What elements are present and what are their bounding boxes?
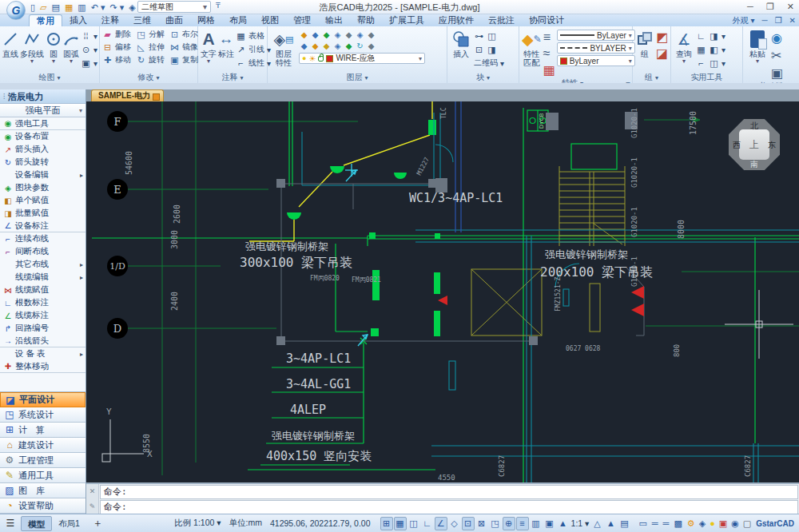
text-button[interactable]: A 文字 ▾ — [201, 28, 217, 72]
stretch-button[interactable]: ◺拉伸 — [136, 41, 165, 54]
layer-tool-icon[interactable]: ◆ — [344, 41, 354, 51]
palette-category-button[interactable]: ⌂ 建筑设计 — [0, 438, 85, 453]
doc-close-button[interactable]: ✕ — [789, 16, 796, 25]
ribbon-tab[interactable]: 曲面 — [158, 14, 190, 26]
system-tray-icon[interactable]: ◉ — [731, 518, 739, 529]
group-label-block[interactable]: 块 ▾ — [447, 72, 519, 83]
palette-item[interactable]: ↱ 回路编号 — [0, 322, 85, 335]
palette-item[interactable]: ✚ 整体移动 — [0, 360, 85, 373]
ribbon-tab[interactable]: 扩展工具 — [382, 14, 431, 26]
status-toggle-icon[interactable]: ⊕ — [503, 517, 515, 530]
lineweight-tool-icon[interactable]: ≡ — [543, 30, 555, 45]
status-right-icon[interactable]: ═ — [663, 518, 670, 528]
palette-item[interactable]: 设 备 表 ▸ — [0, 347, 85, 360]
view-cube[interactable]: 上 北 南 西 东 — [727, 114, 781, 173]
appearance-dropdown[interactable]: 外观 ▾ — [733, 15, 755, 26]
layer-tool-icon[interactable]: ◆ — [344, 30, 354, 40]
status-toggle-icon[interactable]: ▲ — [604, 517, 617, 530]
layer-tool-icon[interactable]: ◆ — [310, 41, 320, 51]
palette-item[interactable]: ⌐ 间断布线 — [0, 245, 85, 258]
status-toggle-icon[interactable]: ◇ — [448, 517, 461, 530]
status-toggle-icon[interactable]: ▣ — [543, 517, 556, 530]
dimension-button[interactable]: ↔ 标注 — [218, 28, 234, 72]
layer-tool-icon[interactable]: ◆ — [321, 30, 332, 40]
status-toggle-icon[interactable]: ◫ — [407, 517, 420, 530]
system-tray-icon[interactable]: ◈ — [699, 518, 706, 529]
status-toggle-icon[interactable]: ▦ — [394, 517, 407, 530]
layer-properties-button[interactable]: ◈▤ 图层 特性 — [270, 28, 297, 72]
qr-code-button[interactable]: 二维码 ▾ — [474, 57, 504, 69]
palette-category-button[interactable]: ◔ 设置帮助 — [0, 498, 85, 514]
group-edit-icon[interactable]: ◪ — [656, 46, 668, 61]
ribbon-tab[interactable]: 注释 — [94, 14, 126, 26]
compass-west[interactable]: 西 — [730, 140, 743, 151]
command-input[interactable]: 命令: — [100, 500, 798, 514]
layer-tool-icon[interactable]: ◈ — [332, 41, 343, 51]
layer-tool-icon[interactable]: ◆ — [366, 30, 376, 40]
layer-tool-icon[interactable]: ◆ — [366, 41, 376, 51]
status-toggle-icon[interactable]: ◳ — [489, 517, 502, 530]
palette-item[interactable]: ⋈ 线缆赋值 — [0, 284, 85, 296]
lineweight-dropdown[interactable]: ByLayer ▾ — [557, 30, 635, 41]
compass-east[interactable]: 东 — [765, 140, 778, 151]
close-button[interactable]: ✕ — [787, 2, 794, 12]
leader-button[interactable]: ↗引线 ▾ — [236, 43, 271, 56]
group-label-utilities[interactable]: 实用工具 — [671, 72, 742, 83]
ribbon-tab[interactable]: 管理 — [286, 14, 318, 26]
ribbon-tab[interactable]: 常用 — [29, 14, 62, 26]
linetype-tool-icon[interactable]: ≈ — [543, 46, 555, 61]
linetype-dropdown[interactable]: BYLAYER ▾ — [557, 42, 635, 54]
utility-row-1[interactable]: ∟◨▾ — [696, 30, 725, 42]
palette-item[interactable]: ↻ 箭头旋转 — [0, 156, 85, 169]
group-label-annotate[interactable]: 注释 ▾ — [198, 72, 267, 83]
insert-block-button[interactable]: 插入 — [450, 28, 472, 72]
arc-button[interactable]: 圆弧 ▾ — [63, 28, 79, 72]
layer-tool-icon[interactable]: ◆ — [299, 30, 309, 40]
inquiry-button[interactable]: ∡ 查询 ▾ — [674, 28, 694, 72]
ribbon-tab[interactable]: 应用软件 — [431, 14, 481, 26]
document-tab[interactable]: SAMPLE-电力 — [91, 89, 164, 101]
layer-tool-icon[interactable]: ◆ — [310, 30, 320, 40]
mirror-button[interactable]: ⋈镜像 — [169, 41, 198, 54]
palette-item[interactable]: ◧ 单个赋值 — [0, 194, 85, 207]
layer-tool-icon[interactable]: ◆ — [321, 41, 332, 51]
palette-item[interactable]: ◈ 图块参数 — [0, 181, 85, 194]
ribbon-tab[interactable]: 帮助 — [350, 14, 382, 26]
ribbon-tab[interactable]: 视图 — [254, 14, 286, 26]
layer-tool-icon[interactable]: ◈ — [332, 30, 343, 40]
offset-button[interactable]: ⊟偏移 — [102, 41, 131, 54]
annotation-scale-dropdown[interactable]: 1:1 ▾ — [571, 518, 590, 528]
compass-south[interactable]: 南 — [748, 159, 761, 170]
ribbon-tab[interactable]: 布局 — [222, 14, 254, 26]
palette-title[interactable]: 浩辰电力 — [0, 89, 85, 104]
block-tool-row-2[interactable]: ⊡◨ — [474, 43, 504, 56]
model-tab[interactable]: 模型 — [21, 516, 52, 531]
status-toggle-icon[interactable]: △ — [590, 517, 603, 530]
palette-item[interactable]: 设备编辑 ▸ — [0, 169, 85, 181]
layout-menu-icon[interactable]: ☰ — [0, 518, 21, 529]
new-layout-button[interactable]: ＋ — [86, 516, 109, 530]
draw-extra-1[interactable]: ⁞⁞▾ — [81, 30, 97, 42]
ungroup-icon[interactable]: ◩ — [656, 30, 668, 45]
system-tray-icon[interactable]: ● — [710, 518, 715, 529]
ribbon-tab[interactable]: 输出 — [318, 14, 350, 26]
line-button[interactable]: 直线 — [2, 28, 18, 72]
drawing-canvas[interactable]: F E 1/D D 54600 2600 3000 2400 8550 1750… — [86, 101, 799, 482]
palette-item[interactable]: ↗ 箭头插入 — [0, 143, 85, 156]
block-tool-row-1[interactable]: ⊶◫ — [474, 30, 504, 42]
ribbon-tab[interactable]: 网格 — [190, 14, 222, 26]
palette-category-button[interactable]: ◳ 系统设计 — [0, 407, 85, 423]
status-toggle-icon[interactable]: ∟ — [421, 517, 434, 530]
paste-button[interactable]: 粘贴 ▾ — [745, 28, 769, 81]
cut-icon[interactable]: ✂ — [771, 48, 783, 63]
status-toggle-icon[interactable]: ▤ — [618, 517, 630, 530]
layout1-tab[interactable]: 布局1 — [52, 516, 86, 531]
copy-clip-icon[interactable]: ◉ — [771, 30, 783, 46]
status-toggle-icon[interactable]: ⊞ — [380, 517, 393, 530]
copy-button[interactable]: ▣复制 — [169, 54, 198, 66]
status-toggle-icon[interactable]: ≡ — [516, 517, 529, 530]
edit-command-icon[interactable]: ✎ — [89, 502, 96, 510]
palette-section-dropdown[interactable]: 强电平面 ▾ — [0, 104, 85, 117]
polyline-button[interactable]: 多段线 ▾ — [20, 28, 44, 72]
status-toggle-icon[interactable]: ∠ — [435, 517, 447, 530]
